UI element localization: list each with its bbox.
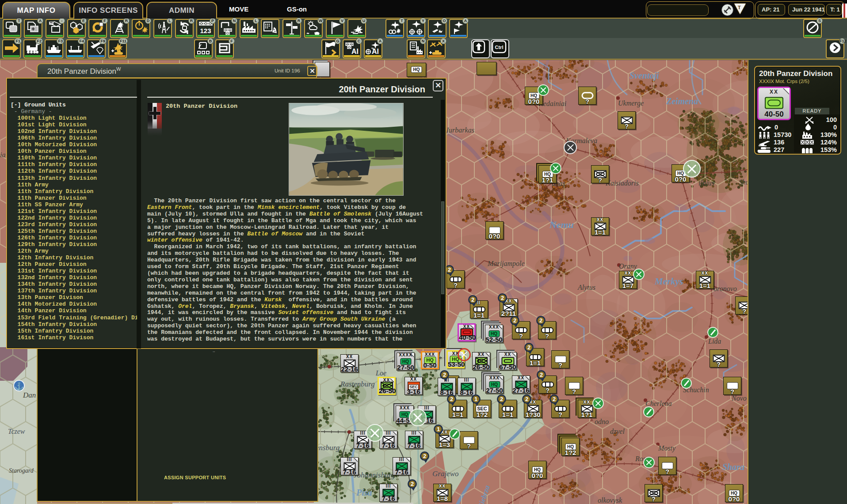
svg-text:AI: AI: [351, 48, 359, 55]
svg-text:Ctrl: Ctrl: [495, 45, 504, 50]
svg-text:123: 123: [200, 27, 211, 34]
